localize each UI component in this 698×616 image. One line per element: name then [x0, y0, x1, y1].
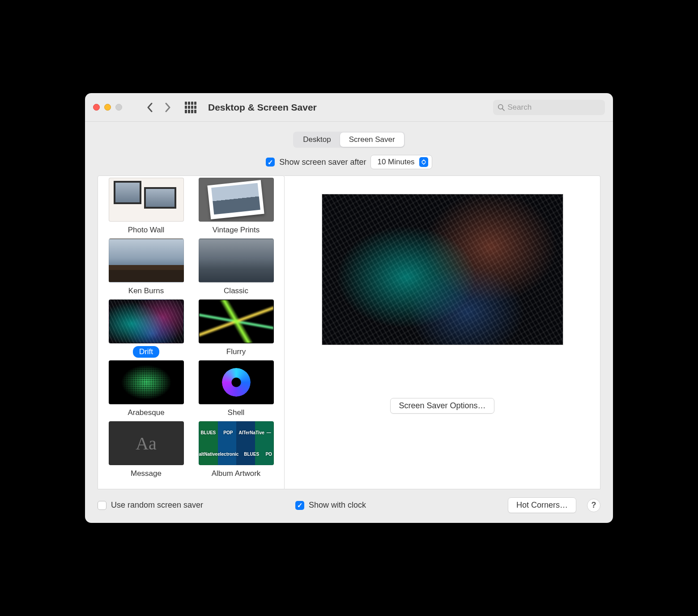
screen-saver-item-ken-burns[interactable]: Ken Burns: [105, 239, 187, 297]
random-checkbox[interactable]: [98, 501, 106, 510]
random-label: Use random screen saver: [111, 500, 203, 510]
screen-saver-thumb: [109, 360, 184, 404]
screen-saver-list[interactable]: Photo WallVintage PrintsKen BurnsClassic…: [98, 175, 285, 489]
help-button[interactable]: ?: [587, 499, 600, 512]
tab-row: Desktop Screen Saver: [85, 122, 613, 153]
tab-segmented-control: Desktop Screen Saver: [293, 132, 404, 148]
screen-saver-label: Classic: [217, 285, 255, 297]
screen-saver-item-photo-wall[interactable]: Photo Wall: [105, 178, 187, 236]
screen-saver-thumb: Aa: [109, 421, 184, 465]
screen-saver-thumb: [109, 299, 184, 343]
screen-saver-thumb: [109, 239, 184, 282]
clock-checkbox[interactable]: [295, 501, 304, 510]
screen-saver-item-flurry[interactable]: Flurry: [195, 299, 277, 358]
footer-bar: Use random screen saver Show with clock …: [85, 489, 613, 523]
content-area: Photo WallVintage PrintsKen BurnsClassic…: [85, 175, 613, 489]
chevron-right-icon: [165, 103, 171, 112]
screen-saver-thumb: [199, 360, 274, 404]
zoom-icon: [115, 104, 122, 111]
screen-saver-item-vintage-prints[interactable]: Vintage Prints: [195, 178, 277, 236]
chevron-left-icon: [147, 103, 153, 112]
screen-saver-label: Arabesque: [121, 407, 170, 419]
screen-saver-thumb: [199, 178, 274, 222]
show-after-popup[interactable]: 10 Minutes: [370, 155, 432, 169]
svg-line-1: [502, 108, 504, 110]
window-title: Desktop & Screen Saver: [208, 102, 317, 113]
screen-saver-item-album-artwork[interactable]: BLUESPOPAlTerNaTive—altNativeelectronicB…: [195, 421, 277, 479]
close-icon[interactable]: [93, 104, 100, 111]
screen-saver-thumb: [199, 239, 274, 282]
toolbar: Desktop & Screen Saver: [85, 93, 613, 122]
preferences-window: Desktop & Screen Saver Desktop Screen Sa…: [85, 93, 613, 523]
screen-saver-label: Ken Burns: [122, 285, 170, 297]
show-after-checkbox[interactable]: [266, 158, 275, 167]
search-field[interactable]: [493, 100, 605, 115]
window-controls: [93, 104, 122, 111]
tab-desktop[interactable]: Desktop: [294, 133, 340, 147]
show-all-icon[interactable]: [185, 102, 196, 113]
preview-image: [322, 194, 563, 345]
minimize-icon[interactable]: [104, 104, 111, 111]
screen-saver-thumb: [109, 178, 184, 222]
search-icon: [498, 103, 505, 111]
back-button[interactable]: [141, 101, 159, 114]
nav-buttons: [141, 101, 177, 114]
tab-screen-saver[interactable]: Screen Saver: [340, 133, 404, 147]
show-after-row: Show screen saver after 10 Minutes: [85, 153, 613, 175]
screen-saver-label: Shell: [221, 407, 251, 419]
hot-corners-button[interactable]: Hot Corners…: [508, 497, 576, 513]
screen-saver-label: Vintage Prints: [206, 224, 266, 236]
search-input[interactable]: [507, 103, 600, 112]
screen-saver-item-classic[interactable]: Classic: [195, 239, 277, 297]
screen-saver-item-drift[interactable]: Drift: [105, 299, 187, 358]
screen-saver-label: Flurry: [220, 346, 252, 358]
popup-arrows-icon: [419, 157, 428, 167]
screen-saver-label: Message: [124, 468, 168, 479]
forward-button: [159, 101, 177, 114]
screen-saver-thumb: BLUESPOPAlTerNaTive—altNativeelectronicB…: [199, 421, 274, 465]
screen-saver-thumb: [199, 299, 274, 343]
preview-panel: Screen Saver Options…: [285, 175, 600, 489]
screen-saver-item-message[interactable]: AaMessage: [105, 421, 187, 479]
screen-saver-item-arabesque[interactable]: Arabesque: [105, 360, 187, 419]
screen-saver-label: Album Artwork: [205, 468, 267, 479]
show-after-value: 10 Minutes: [377, 158, 414, 167]
screen-saver-item-shell[interactable]: Shell: [195, 360, 277, 419]
show-after-label: Show screen saver after: [279, 158, 366, 167]
clock-label: Show with clock: [309, 500, 366, 510]
screen-saver-options-button[interactable]: Screen Saver Options…: [390, 398, 494, 414]
screen-saver-label: Photo Wall: [122, 224, 171, 236]
screen-saver-label: Drift: [133, 346, 159, 358]
